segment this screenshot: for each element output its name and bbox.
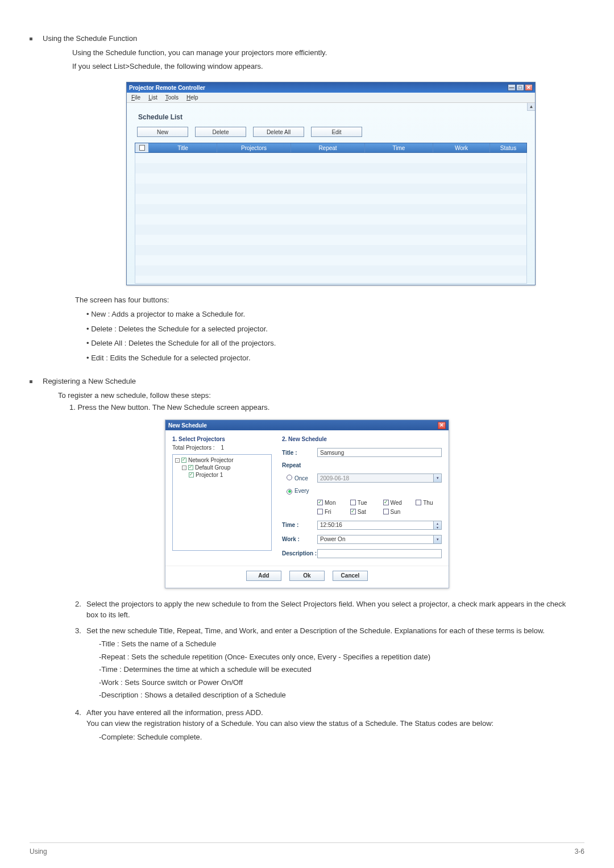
label-description: Description : bbox=[282, 550, 317, 556]
day-fri[interactable]: Fri bbox=[317, 509, 343, 515]
col-work[interactable]: Work bbox=[433, 143, 490, 152]
menubar: File List Tools Help bbox=[127, 93, 535, 103]
description-input[interactable] bbox=[317, 549, 442, 558]
title-input[interactable]: Samsung bbox=[317, 448, 442, 457]
tree-expand-icon[interactable]: - bbox=[182, 466, 186, 470]
label-work: Work : bbox=[282, 536, 317, 542]
step-4-text: After you have entered all the informati… bbox=[86, 707, 567, 719]
def-description: -Description : Shows a detailed descript… bbox=[99, 690, 567, 701]
day-mon[interactable]: Mon bbox=[317, 500, 343, 506]
col-repeat[interactable]: Repeat bbox=[291, 143, 365, 152]
menu-list[interactable]: List bbox=[148, 94, 157, 101]
tree-expand-icon[interactable]: - bbox=[175, 458, 180, 463]
col-status[interactable]: Status bbox=[490, 143, 526, 152]
step-2-text: Select the projectors to apply the new s… bbox=[86, 599, 567, 621]
table-header: Title Projectors Repeat Time Work Status bbox=[135, 143, 527, 153]
section-title-2: Registering a New Schedule bbox=[43, 377, 136, 385]
new-button[interactable]: New bbox=[137, 127, 188, 137]
delete-all-button[interactable]: Delete All bbox=[253, 127, 304, 137]
dialog-title: New Schedule bbox=[168, 422, 438, 429]
bullet-icon bbox=[30, 380, 32, 383]
menu-tools[interactable]: Tools bbox=[165, 94, 179, 101]
day-tue[interactable]: Tue bbox=[350, 500, 376, 506]
dropdown-icon[interactable]: ▾ bbox=[433, 535, 441, 543]
screenshot-schedule-list: Projector Remote Controller — □ ✕ File L… bbox=[126, 82, 536, 285]
intro-line-1: Using the Schedule function, you can man… bbox=[72, 47, 584, 59]
table-body-empty bbox=[135, 153, 527, 284]
select-projectors-header: 1. Select Projectors bbox=[172, 436, 272, 442]
label-title: Title : bbox=[282, 450, 317, 456]
step-num-3: 3. bbox=[75, 625, 86, 703]
ok-button[interactable]: Ok bbox=[289, 571, 325, 581]
col-projectors[interactable]: Projectors bbox=[217, 143, 291, 152]
tree-checkbox[interactable] bbox=[189, 472, 194, 477]
def-title: -Title : Sets the name of a Schedule bbox=[99, 638, 567, 650]
time-input[interactable]: 12:50:16 ▴▾ bbox=[317, 521, 442, 530]
day-sat[interactable]: Sat bbox=[350, 509, 376, 515]
def-complete: -Complete: Schedule complete. bbox=[99, 732, 567, 743]
step-3-text: Set the new schedule Title, Repeat, Time… bbox=[86, 625, 567, 637]
day-thu[interactable]: Thu bbox=[416, 500, 442, 506]
step-num-4: 4. bbox=[75, 707, 86, 745]
step-num-2: 2. bbox=[75, 599, 86, 621]
total-projectors-label: Total Projectors : 1 bbox=[172, 445, 272, 451]
cancel-button[interactable]: Cancel bbox=[333, 571, 368, 581]
date-input: 2009-06-18 ▾ bbox=[317, 474, 442, 483]
menu-file[interactable]: File bbox=[131, 94, 140, 101]
select-all-checkbox[interactable] bbox=[139, 145, 145, 151]
work-select[interactable]: Power On ▾ bbox=[317, 535, 442, 544]
section-title-1: Using the Schedule Function bbox=[43, 34, 137, 43]
scroll-up-icon[interactable]: ▲ bbox=[527, 103, 535, 111]
label-time: Time : bbox=[282, 522, 317, 528]
footer-left: Using bbox=[30, 848, 47, 855]
dropdown-icon: ▾ bbox=[433, 474, 441, 482]
dialog-close-icon[interactable]: ✕ bbox=[438, 422, 446, 429]
step-4b-text: You can view the registration history of… bbox=[86, 718, 567, 729]
btn-desc-delete: • Delete : Deletes the Schedule for a se… bbox=[86, 323, 584, 335]
day-wed[interactable]: Wed bbox=[383, 500, 409, 506]
footer-right: 3-6 bbox=[575, 848, 584, 855]
four-buttons-intro: The screen has four buttons: bbox=[75, 296, 584, 304]
projector-tree[interactable]: -Network Projector -Default Group Projec… bbox=[172, 454, 272, 551]
col-title[interactable]: Title bbox=[149, 143, 217, 152]
register-intro: To register a new schedule, follow these… bbox=[58, 391, 584, 400]
schedule-list-heading: Schedule List bbox=[138, 113, 527, 121]
window-title: Projector Remote Controller bbox=[129, 85, 508, 91]
step-1: 1. Press the New button. The New Schedul… bbox=[69, 403, 584, 412]
col-time[interactable]: Time bbox=[365, 143, 433, 152]
intro-line-2: If you select List>Schedule, the followi… bbox=[72, 61, 584, 72]
tree-checkbox[interactable] bbox=[188, 465, 193, 470]
radio-every-row[interactable]: Every bbox=[282, 488, 317, 495]
screenshot-new-schedule: New Schedule ✕ 1. Select Projectors Tota… bbox=[165, 420, 449, 588]
menu-help[interactable]: Help bbox=[186, 94, 198, 101]
delete-button[interactable]: Delete bbox=[195, 127, 246, 137]
day-sun[interactable]: Sun bbox=[383, 509, 409, 515]
def-work: -Work : Sets Source switch or Power On/O… bbox=[99, 677, 567, 688]
radio-once-row[interactable]: Once bbox=[282, 475, 317, 481]
def-time: -Time : Determines the time at which a s… bbox=[99, 664, 567, 675]
tree-checkbox[interactable] bbox=[181, 458, 186, 463]
btn-desc-new: • New : Adds a projector to make a Sched… bbox=[86, 309, 584, 320]
btn-desc-edit: • Edit : Edits the Schedule for a select… bbox=[86, 352, 584, 364]
btn-desc-delete-all: • Delete All : Deletes the Schedule for … bbox=[86, 338, 584, 349]
edit-button[interactable]: Edit bbox=[311, 127, 362, 137]
bullet-icon bbox=[30, 38, 32, 40]
window-close-icon[interactable]: ✕ bbox=[525, 84, 533, 91]
add-button[interactable]: Add bbox=[246, 571, 281, 581]
window-minimize-icon[interactable]: — bbox=[508, 84, 516, 91]
new-schedule-header: 2. New Schedule bbox=[282, 436, 442, 442]
spin-icon[interactable]: ▴▾ bbox=[433, 521, 441, 529]
window-maximize-icon[interactable]: □ bbox=[516, 84, 524, 91]
def-repeat: -Repeat : Sets the schedule repetition (… bbox=[99, 651, 567, 663]
label-repeat: Repeat bbox=[282, 462, 317, 468]
